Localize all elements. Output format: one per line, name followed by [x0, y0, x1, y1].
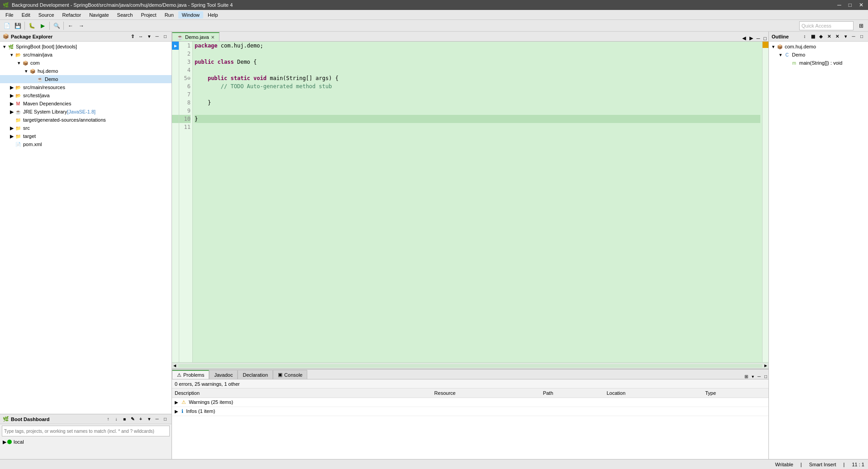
tree-item-huj-demo[interactable]: ▾ 📦 huj.demo — [0, 67, 172, 75]
tree-item-target-gen[interactable]: 📁 target/generated-sources/annotations — [0, 116, 172, 124]
boot-stop-btn[interactable]: ■ — [121, 416, 128, 423]
boot-minimize[interactable]: ─ — [153, 416, 161, 423]
outline-package-icon: 📦 — [776, 43, 783, 50]
hscroll-track[interactable] — [178, 364, 762, 368]
menu-file[interactable]: File — [2, 11, 17, 19]
outline-action-4[interactable]: ✕ — [825, 33, 833, 40]
tab-javadoc[interactable]: Javadoc — [209, 370, 238, 379]
boot-local-item[interactable]: ▶ local — [0, 438, 172, 446]
tab-declaration[interactable]: Declaration — [238, 370, 273, 379]
menu-edit[interactable]: Edit — [18, 11, 34, 19]
outline-action-3[interactable]: ◈ — [817, 33, 825, 40]
bottom-maximize[interactable]: □ — [763, 374, 768, 379]
forward-button[interactable]: → — [76, 21, 86, 31]
bottom-minimize[interactable]: ─ — [756, 374, 762, 379]
editor-maximize[interactable]: □ — [762, 36, 768, 41]
tree-item-com[interactable]: ▾ 📦 com — [0, 59, 172, 67]
breakpoint-column: ▶ — [172, 42, 179, 362]
outline-action-2[interactable]: ▦ — [809, 33, 816, 40]
maximize-button[interactable]: □ — [847, 2, 854, 8]
outline-minimize[interactable]: ─ — [850, 33, 857, 40]
tree-item-src-main-resources[interactable]: ▶ 📂 src/main/resources — [0, 83, 172, 91]
tree-label: src/test/java — [23, 93, 50, 98]
right-margin — [762, 42, 768, 362]
search-button[interactable]: 🔍 — [52, 21, 62, 31]
bottom-open-console[interactable]: ⊞ — [743, 374, 749, 379]
boot-view-menu[interactable]: ▾ — [145, 416, 153, 423]
project-icon: 🌿 — [7, 43, 14, 50]
editor-tab-label: Demo.java — [185, 34, 209, 40]
outline-item-package[interactable]: ▾ 📦 com.huj.demo — [769, 43, 868, 51]
run-button[interactable]: ▶ — [38, 21, 48, 31]
collapse-all-button[interactable]: ⇧ — [129, 33, 136, 40]
boot-action-3[interactable]: ✎ — [129, 416, 136, 423]
tree-item-demo[interactable]: ☕ Demo — [0, 75, 172, 83]
code-content[interactable]: package com.huj.demo; public class Demo … — [193, 42, 762, 362]
close-button[interactable]: ✕ — [857, 2, 865, 8]
tree-item-jre[interactable]: ▶ ☕ JRE System Library [JavaSE-1.8] — [0, 108, 172, 116]
editor-hscroll[interactable]: ◀ ▶ — [172, 362, 768, 369]
tree-item-pom[interactable]: 📄 pom.xml — [0, 140, 172, 148]
new-button[interactable]: 📄 — [2, 21, 12, 31]
tab-problems[interactable]: ⚠ Problems — [172, 370, 209, 379]
back-button[interactable]: ← — [66, 21, 76, 31]
editor-tab-close[interactable]: ✕ — [211, 35, 215, 40]
save-button[interactable]: 💾 — [13, 21, 23, 31]
line-num-7: 7 — [179, 90, 191, 99]
editor-minimize[interactable]: ─ — [755, 36, 762, 41]
toolbar: 📄 💾 🐛 ▶ 🔍 ← → Quick Access ⊞ — [0, 20, 868, 32]
menu-help[interactable]: Help — [204, 11, 222, 19]
table-row-infos[interactable]: ▶ ℹ Infos (1 item) — [172, 407, 768, 416]
tree-item-target[interactable]: ▶ 📁 target — [0, 132, 172, 140]
hscroll-left[interactable]: ◀ — [172, 364, 177, 368]
folder-icon: 📁 — [14, 116, 22, 123]
menu-window[interactable]: Window — [178, 11, 203, 19]
outline-view-menu[interactable]: ▾ — [842, 33, 849, 40]
maximize-panel-button[interactable]: □ — [162, 33, 169, 40]
quick-access-box[interactable]: Quick Access — [799, 21, 854, 30]
menu-refactor[interactable]: Refactor — [59, 11, 85, 19]
editor-scroll-left[interactable]: ◀ — [740, 35, 748, 41]
minimize-panel-button[interactable]: ─ — [153, 33, 161, 40]
warnings-expand[interactable]: ▶ — [175, 400, 178, 405]
menu-search[interactable]: Search — [114, 11, 137, 19]
bp-6 — [172, 82, 179, 90]
menu-navigate[interactable]: Navigate — [86, 11, 112, 19]
tree-item-src-main-java[interactable]: ▾ 📂 src/main/java — [0, 51, 172, 59]
expand-arrow: ▾ — [16, 60, 22, 66]
boot-action-2[interactable]: ↓ — [113, 416, 120, 423]
menu-project[interactable]: Project — [137, 11, 160, 19]
outline-item-method[interactable]: m main(String[]) : void — [769, 59, 868, 67]
tree-item-maven-deps[interactable]: ▶ M Maven Dependencies — [0, 99, 172, 108]
outline-sort[interactable]: ↕ — [801, 33, 808, 40]
boot-search-input[interactable] — [2, 426, 170, 436]
perspective-button[interactable]: ⊞ — [856, 21, 866, 31]
bottom-action-2[interactable]: ▾ — [750, 374, 755, 379]
boot-maximize[interactable]: □ — [162, 416, 169, 423]
debug-button[interactable]: 🐛 — [27, 21, 37, 31]
editor-area[interactable]: ▶ 1 2 3 4 — [172, 42, 768, 362]
outline-action-5[interactable]: ✕ — [834, 33, 841, 40]
outline-item-class[interactable]: ▾ C Demo — [769, 51, 868, 59]
minimize-button[interactable]: ─ — [835, 2, 843, 8]
tree-item-src-test-java[interactable]: ▶ 📂 src/test/java — [0, 91, 172, 99]
table-row-warnings[interactable]: ▶ ⚠ Warnings (25 items) — [172, 398, 768, 407]
boot-action-4[interactable]: + — [137, 416, 144, 423]
infos-expand[interactable]: ▶ — [175, 409, 178, 414]
view-menu-button[interactable]: ▾ — [145, 33, 153, 40]
col-type: Type — [702, 388, 768, 398]
outline-maximize[interactable]: □ — [858, 33, 865, 40]
editor-tab-demo[interactable]: ☕ Demo.java ✕ — [172, 32, 219, 41]
tree-item-src[interactable]: ▶ 📁 src — [0, 124, 172, 132]
menu-run[interactable]: Run — [161, 11, 177, 19]
tree-item-springboot[interactable]: ▾ 🌿 SpringBoot [boot] [devtools] — [0, 43, 172, 51]
overview-marker[interactable] — [763, 42, 768, 48]
link-editor-button[interactable]: ↔ — [137, 33, 144, 40]
hscroll-right[interactable]: ▶ — [763, 364, 768, 368]
boot-action-1[interactable]: ↑ — [105, 416, 112, 423]
tab-console[interactable]: ▣ Console — [273, 370, 307, 379]
editor-scroll-right[interactable]: ▶ — [748, 35, 755, 41]
package-icon: 📦 — [22, 59, 29, 66]
status-position: 11 : 1 — [852, 462, 864, 467]
menu-source[interactable]: Source — [35, 11, 58, 19]
